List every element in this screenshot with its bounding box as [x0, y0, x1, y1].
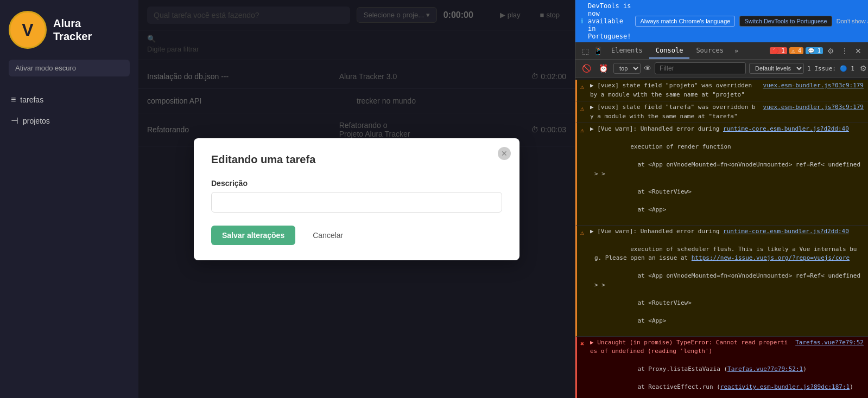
logo-icon: V — [9, 11, 47, 49]
console-source-link[interactable]: vuex.esm-bundler.js?03c9:179 — [763, 81, 864, 99]
console-filter-input[interactable] — [655, 62, 746, 74]
preserve-log-icon[interactable]: ⏰ — [597, 63, 610, 74]
sidebar-item-label: projetos — [23, 117, 50, 125]
close-devtools-icon[interactable]: ✕ — [853, 44, 864, 57]
devtools-panel: ℹ DevTools is now available in Portugues… — [575, 0, 868, 398]
warn-icon: ⚠ — [580, 82, 584, 92]
tab-elements[interactable]: Elements — [605, 43, 649, 59]
tab-console[interactable]: Console — [649, 43, 690, 59]
sidebar-item-projetos[interactable]: ⊣ projetos — [0, 110, 138, 131]
dark-mode-button[interactable]: Ativar modo escuro — [9, 60, 130, 76]
devtools-banner: ℹ DevTools is now available in Portugues… — [575, 0, 868, 42]
more-tabs-button[interactable]: » — [730, 45, 743, 57]
warn-icon: ⚠ — [580, 104, 584, 113]
edit-task-modal: ✕ Editando uma tarefa Descrição Salvar a… — [194, 138, 519, 260]
modal-title: Editando uma tarefa — [211, 153, 502, 166]
tab-sources[interactable]: Sources — [689, 43, 730, 59]
console-toolbar: 🚫 ⏰ top 👁 Default levels 1 Issue: 🔵 1 ⚙ — [575, 60, 868, 78]
console-output: ⚠ ▶ [vuex] state field "projeto" was ove… — [575, 78, 868, 398]
cancel-button[interactable]: Cancelar — [302, 226, 354, 245]
info-badge: 💬 1 — [806, 47, 823, 54]
console-entry: ⚠ ▶ [Vue warn]: Unhandled error during r… — [575, 123, 868, 226]
device-icon[interactable]: 📱 — [591, 46, 605, 56]
always-match-button[interactable]: Always match Chrome's language — [635, 16, 735, 27]
console-source-link[interactable]: vuex.esm-bundler.js?03c9:179 — [763, 103, 864, 121]
error-badge: 🔴 1 — [770, 47, 787, 54]
dont-show-again-button[interactable]: Don't show again — [837, 18, 868, 24]
modal-actions: Salvar alterações Cancelar — [211, 226, 502, 245]
error-icon: ✖ — [580, 339, 584, 349]
console-source-link[interactable]: Tarefas.vue?7e79:52 — [795, 338, 864, 356]
console-entry: ⚠ ▶ [vuex] state field "projeto" was ove… — [575, 80, 868, 101]
projetos-icon: ⊣ — [11, 115, 18, 126]
log-level-select[interactable]: Default levels — [749, 63, 804, 74]
clear-console-icon[interactable]: 🚫 — [580, 63, 593, 74]
settings-icon[interactable]: ⚙ — [825, 44, 837, 57]
info-icon: ℹ — [581, 17, 584, 25]
switch-devtools-button[interactable]: Switch DevTools to Portuguese — [739, 16, 832, 27]
console-entry: ✖ ▶ Uncaught (in promise) TypeError: Can… — [575, 337, 868, 399]
sidebar-nav: ≡ tarefas ⊣ projetos — [0, 85, 138, 136]
context-selector[interactable]: top — [613, 63, 641, 74]
warn-icon: ⚠ — [580, 125, 584, 135]
tarefas-icon: ≡ — [11, 95, 16, 105]
warn-icon: ⚠ — [580, 228, 584, 237]
devtools-action-icons: 🔴 1 ⚠ 4 💬 1 ⚙ ⋮ ✕ — [770, 44, 864, 57]
logo-area: V Alura Tracker — [0, 0, 138, 60]
issues-badge: 1 Issue: 🔵 1 — [807, 65, 854, 72]
sidebar-item-label: tarefas — [20, 95, 43, 104]
devtools-tabs: ⬚ 📱 Elements Console Sources » 🔴 1 ⚠ 4 💬… — [575, 42, 868, 60]
save-button[interactable]: Salvar alterações — [211, 226, 295, 245]
description-input[interactable] — [211, 192, 502, 213]
modal-close-button[interactable]: ✕ — [498, 147, 511, 160]
inspect-icon[interactable]: ⬚ — [580, 46, 591, 56]
console-entry: ⚠ ▶ [vuex] state field "tarefa" was over… — [575, 101, 868, 123]
console-entry: ⚠ ▶ [Vue warn]: Unhandled error during r… — [575, 226, 868, 337]
main-content: Selecione o proje... ▾ 0:00:00 ▶ play ■ … — [138, 0, 575, 398]
description-label: Descrição — [211, 179, 502, 188]
modal-backdrop: ✕ Editando uma tarefa Descrição Salvar a… — [138, 0, 575, 398]
eye-icon[interactable]: 👁 — [644, 64, 651, 73]
sidebar-item-tarefas[interactable]: ≡ tarefas — [0, 89, 138, 110]
more-options-icon[interactable]: ⋮ — [839, 44, 851, 57]
warning-badge: ⚠ 4 — [789, 47, 803, 54]
sidebar: V Alura Tracker Ativar modo escuro ≡ tar… — [0, 0, 138, 398]
issues-settings-icon[interactable]: ⚙ — [858, 62, 868, 75]
banner-text: DevTools is now available in Portuguese! — [588, 2, 631, 40]
app-name: Alura Tracker — [53, 17, 92, 43]
